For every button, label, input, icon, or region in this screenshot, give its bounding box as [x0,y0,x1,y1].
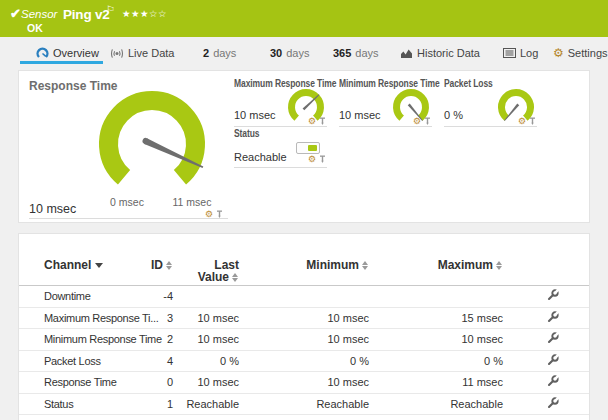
channel-minimum: 0 % [239,350,369,372]
wrench-icon[interactable] [547,397,559,409]
channel-actions [503,372,589,394]
table-row: Maximum Response Ti... 3 10 msec 10 msec… [19,307,589,329]
gauge-action-icons: ⚙ [308,116,326,126]
channel-gear-icon[interactable]: ⚙ [308,116,316,126]
table-row: Response Time 0 10 msec 10 msec 11 msec [19,372,589,394]
channel-name[interactable]: Response Time [19,372,149,394]
channel-actions [503,350,589,372]
col-header-id[interactable]: ID [149,246,173,286]
tab-number: 365 [333,47,351,59]
sensor-title: Ping v2 [63,7,110,22]
col-header-minimum[interactable]: Minimum [239,246,369,286]
channel-maximum [369,286,503,308]
gauge-action-icons: ⚙ [518,116,536,126]
status-indicator-on [308,145,317,151]
mini-gauge-value: 10 msec [234,109,276,121]
pin-icon[interactable] [319,117,326,125]
mini-gauge-max-response: Maximum Response Time 10 msec ⚙ [234,78,327,127]
channel-name[interactable]: Maximum Response Ti... [19,307,149,329]
tab-settings[interactable]: ⚙ Settings [553,42,608,64]
pin-icon[interactable] [529,117,536,125]
sort-icon [496,261,503,270]
overview-gauges-panel: Response Time 0 msec 11 msec 10 msec ⚙ M… [18,70,590,223]
channel-actions [503,393,589,415]
mini-gauge-min-response: Minimum Response Time 10 msec ⚙ [339,78,432,127]
pin-icon[interactable] [216,210,223,218]
table-row: Minimum Response Time 2 10 msec 10 msec … [19,329,589,351]
tab-2-days[interactable]: 2 days [203,42,236,64]
main-gauge-value: 10 msec [29,202,76,216]
gauge-min-label: 0 msec [102,196,152,208]
object-type-label: Sensor [21,8,57,20]
channel-maximum: 0 % [369,350,503,372]
pin-icon[interactable] [424,117,431,125]
channel-maximum: 10 msec [369,329,503,351]
wrench-icon[interactable] [547,311,559,323]
flag-icon[interactable]: ⚐ [106,4,115,15]
channel-last-value: 10 msec [173,307,239,329]
gauge-action-icons: ⚙ [413,116,431,126]
channel-actions [503,329,589,351]
channel-name[interactable]: Status [19,393,149,415]
col-header-maximum[interactable]: Maximum [369,246,503,286]
sort-desc-icon [95,263,103,268]
channel-gear-icon[interactable]: ⚙ [308,154,316,164]
status-value: Reachable [234,151,287,163]
tab-log[interactable]: Log [503,42,538,64]
wrench-icon[interactable] [547,354,559,366]
tab-label: Live Data [128,47,174,59]
tab-label: Log [520,47,538,59]
tab-label: Settings [568,47,608,59]
status-indicator [296,142,320,154]
channel-gear-icon[interactable]: ⚙ [413,116,421,126]
channel-maximum: 11 msec [369,372,503,394]
table-row: Downtime -4 [19,286,589,308]
sort-icon [232,273,239,282]
channels-table: Channel ID LastValue Minimum Maximum Dow… [19,246,589,415]
channel-minimum: 10 msec [239,329,369,351]
sensor-status-badge: OK [27,22,43,34]
tab-unit: days [355,47,378,59]
tab-bar: Overview Live Data 2 days 30 days 365 da… [0,42,608,64]
channel-name[interactable]: Downtime [19,286,149,308]
response-time-gauge [93,82,223,202]
channel-actions [503,307,589,329]
wrench-icon[interactable] [547,289,559,301]
tab-label: Overview [53,47,99,59]
tab-30-days[interactable]: 30 days [270,42,310,64]
channel-name[interactable]: Minimum Response Time [19,329,149,351]
col-header-channel[interactable]: Channel [19,246,149,286]
log-icon [503,48,516,58]
status-title: Status [234,128,313,139]
channel-minimum: Reachable [239,393,369,415]
wrench-icon[interactable] [547,332,559,344]
col-header-last-value[interactable]: LastValue [173,246,239,286]
priority-stars[interactable]: ★★★☆☆ [122,8,167,19]
channel-minimum: 10 msec [239,307,369,329]
chart-icon [400,48,413,59]
channel-id: 0 [149,372,173,394]
channel-last-value: Reachable [173,393,239,415]
sort-icon [166,261,173,270]
channel-last-value [173,286,239,308]
active-tab-indicator [20,61,103,64]
tab-live-data[interactable]: Live Data [110,42,174,64]
mini-gauge-value: 10 msec [339,109,381,121]
channel-maximum: 15 msec [369,307,503,329]
tab-unit: days [286,47,309,59]
pin-icon[interactable] [319,155,326,163]
gear-icon: ⚙ [553,46,564,60]
mini-gauge-value: 0 % [444,109,463,121]
tab-365-days[interactable]: 365 days [333,42,379,64]
channel-id: -4 [149,286,173,308]
wrench-icon[interactable] [547,375,559,387]
channel-gear-icon[interactable]: ⚙ [518,116,526,126]
divider [29,218,228,219]
channel-minimum: 10 msec [239,372,369,394]
sensor-header: ✔ Sensor Ping v2 ⚐ ★★★☆☆ OK [0,0,608,37]
channel-last-value: 10 msec [173,372,239,394]
tab-historic-data[interactable]: Historic Data [400,42,480,64]
table-header-row: Channel ID LastValue Minimum Maximum [19,246,589,286]
status-check-icon: ✔ [10,6,21,21]
channel-name[interactable]: Packet Loss [19,350,149,372]
